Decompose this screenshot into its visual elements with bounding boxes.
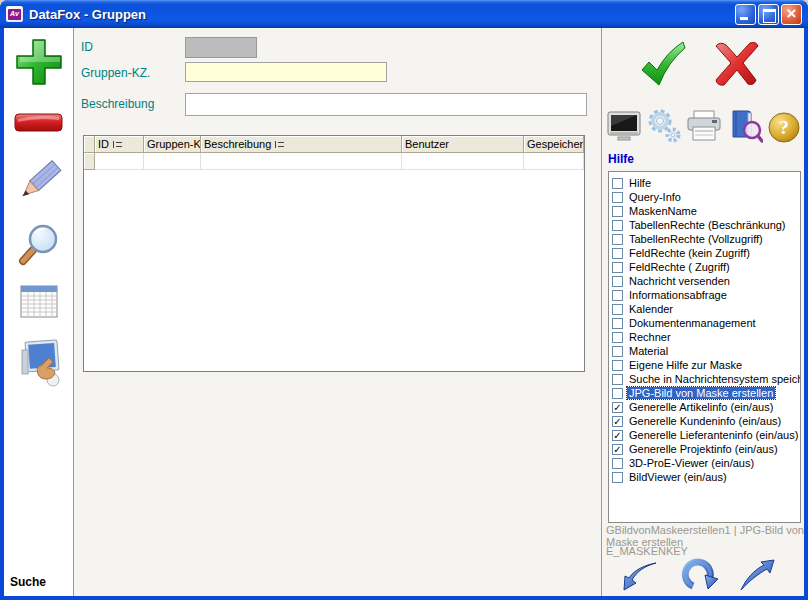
help-option-feldrechte-kein-zugriff[interactable]: FeldRechte (kein Zugriff) — [609, 246, 800, 260]
table-cell — [402, 153, 524, 170]
help-option-dokumentenmanagement[interactable]: Dokumentenmanagement — [609, 316, 800, 330]
arrow-forward-icon — [739, 558, 775, 592]
edit-button[interactable] — [4, 158, 73, 206]
column-header-gespeicher[interactable]: Gespeicher — [524, 136, 584, 153]
title-bar[interactable]: Av DataFox - Gruppen — [0, 0, 808, 28]
help-option-label: Generelle Projektinfo (ein/aus) — [627, 443, 780, 455]
help-option-rechner[interactable]: Rechner — [609, 330, 800, 344]
help-option-nachricht-versenden[interactable]: Nachricht versenden — [609, 274, 800, 288]
print-button[interactable] — [686, 110, 722, 142]
checkbox[interactable] — [612, 388, 623, 399]
checkbox[interactable]: ✓ — [612, 430, 623, 441]
ok-button[interactable] — [637, 38, 689, 90]
maximize-button[interactable] — [758, 4, 779, 25]
help-option-tabellenrechte-beschr-nkung[interactable]: TabellenRechte (Beschränkung) — [609, 218, 800, 232]
help-option-tabellenrechte-vollzugriff[interactable]: TabellenRechte (Vollzugriff) — [609, 232, 800, 246]
help-option-informationsabfrage[interactable]: Informationsabfrage — [609, 288, 800, 302]
checkbox[interactable] — [612, 248, 623, 259]
table-cell — [95, 153, 144, 170]
checkbox[interactable] — [612, 472, 623, 483]
help-option-material[interactable]: Material — [609, 344, 800, 358]
checkbox[interactable] — [612, 318, 623, 329]
screen-button[interactable] — [607, 110, 641, 142]
checkbox[interactable]: ✓ — [612, 444, 623, 455]
delete-button[interactable] — [4, 112, 73, 133]
gruppen-kz-field[interactable] — [185, 62, 387, 82]
checkbox[interactable] — [612, 262, 623, 273]
back-button[interactable] — [622, 560, 658, 594]
row-selector-cell[interactable] — [84, 153, 95, 170]
settings-button[interactable] — [645, 107, 682, 143]
table-icon — [19, 283, 59, 321]
minimize-button[interactable] — [735, 4, 756, 25]
help-option-label: Generelle Artikelinfo (ein/aus) — [627, 401, 775, 413]
monitor-hand-icon — [14, 338, 64, 388]
document-search-button[interactable] — [727, 108, 763, 143]
checkbox[interactable] — [612, 206, 623, 217]
checkbox[interactable] — [612, 458, 623, 469]
forward-button[interactable] — [739, 558, 775, 592]
right-panel: ? Hilfe HilfeQuery-InfoMaskenNameTabelle… — [602, 28, 804, 596]
beschreibung-label: Beschreibung — [81, 97, 154, 111]
help-option-generelle-artikelinfo-ein-aus[interactable]: ✓Generelle Artikelinfo (ein/aus) — [609, 400, 800, 414]
add-button[interactable] — [4, 37, 73, 87]
left-toolbar: Suche — [4, 28, 74, 596]
sort-icon — [113, 141, 122, 148]
column-header-beschreibung[interactable]: Beschreibung — [201, 136, 402, 153]
checkbox[interactable] — [612, 360, 623, 371]
help-option-kalender[interactable]: Kalender — [609, 302, 800, 316]
help-option-maskenname[interactable]: MaskenName — [609, 204, 800, 218]
checkbox[interactable] — [612, 332, 623, 343]
checkbox[interactable] — [612, 220, 623, 231]
search-section-label: Suche — [10, 575, 46, 589]
checkbox[interactable] — [612, 290, 623, 301]
help-option-query-info[interactable]: Query-Info — [609, 190, 800, 204]
help-option-generelle-kundeninfo-ein-aus[interactable]: ✓Generelle Kundeninfo (ein/aus) — [609, 414, 800, 428]
main-area: ID Gruppen-KZ. Beschreibung IDGruppen-KB… — [74, 28, 602, 596]
help-option-label: MaskenName — [627, 205, 699, 217]
help-button[interactable]: ? — [768, 112, 800, 143]
id-field[interactable] — [185, 37, 257, 58]
checkbox[interactable] — [612, 234, 623, 245]
close-button[interactable] — [781, 4, 802, 25]
arrow-refresh-icon — [681, 555, 721, 593]
help-option-generelle-lieferanteninfo-ein-aus[interactable]: ✓Generelle Lieferanteninfo (ein/aus) — [609, 428, 800, 442]
checkbox[interactable] — [612, 178, 623, 189]
help-option-label: Rechner — [627, 331, 673, 343]
help-option-label: TabellenRechte (Vollzugriff) — [627, 233, 765, 245]
table-row[interactable] — [84, 153, 584, 170]
checkbox[interactable] — [612, 192, 623, 203]
help-option-jpg-bild-von-maske-erstellen[interactable]: JPG-Bild von Maske erstellen — [609, 386, 800, 400]
help-option-feldrechte-zugriff[interactable]: FeldRechte ( Zugriff) — [609, 260, 800, 274]
checkbox[interactable]: ✓ — [612, 416, 623, 427]
refresh-button[interactable] — [681, 555, 721, 593]
column-header-benutzer[interactable]: Benutzer — [402, 136, 524, 153]
beschreibung-field[interactable] — [185, 93, 587, 116]
cancel-button[interactable] — [712, 40, 762, 88]
help-option-generelle-projektinfo-ein-aus[interactable]: ✓Generelle Projektinfo (ein/aus) — [609, 442, 800, 456]
checkbox[interactable] — [612, 276, 623, 287]
gears-icon — [645, 107, 682, 143]
help-option-hilfe[interactable]: Hilfe — [609, 176, 800, 190]
search-button[interactable] — [4, 222, 73, 268]
help-option-3d-proe-viewer-ein-aus[interactable]: 3D-ProE-Viewer (ein/aus) — [609, 456, 800, 470]
help-option-label: Suche in Nachrichtensystem speich — [627, 373, 801, 385]
list-button[interactable] — [4, 283, 73, 321]
column-header-id[interactable]: ID — [95, 136, 144, 153]
book-magnifier-icon — [727, 108, 763, 143]
app-window: Av DataFox - Gruppen — [0, 0, 808, 600]
checkbox[interactable] — [612, 346, 623, 357]
help-option-label: Hilfe — [627, 177, 653, 189]
help-option-bildviewer-ein-aus[interactable]: BildViewer (ein/aus) — [609, 470, 800, 484]
help-panel-title: Hilfe — [608, 152, 634, 166]
checkbox[interactable] — [612, 304, 623, 315]
select-screen-button[interactable] — [4, 338, 73, 388]
help-option-label: FeldRechte (kein Zugriff) — [627, 247, 752, 259]
table-cell — [201, 153, 402, 170]
column-header-gruppen-k[interactable]: Gruppen-K — [144, 136, 201, 153]
monitor-icon — [607, 110, 641, 142]
checkbox[interactable]: ✓ — [612, 402, 623, 413]
checkbox[interactable] — [612, 374, 623, 385]
help-option-suche-in-nachrichtensystem-speich[interactable]: Suche in Nachrichtensystem speich — [609, 372, 800, 386]
help-option-eigene-hilfe-zur-maske[interactable]: Eigene Hilfe zur Maske — [609, 358, 800, 372]
